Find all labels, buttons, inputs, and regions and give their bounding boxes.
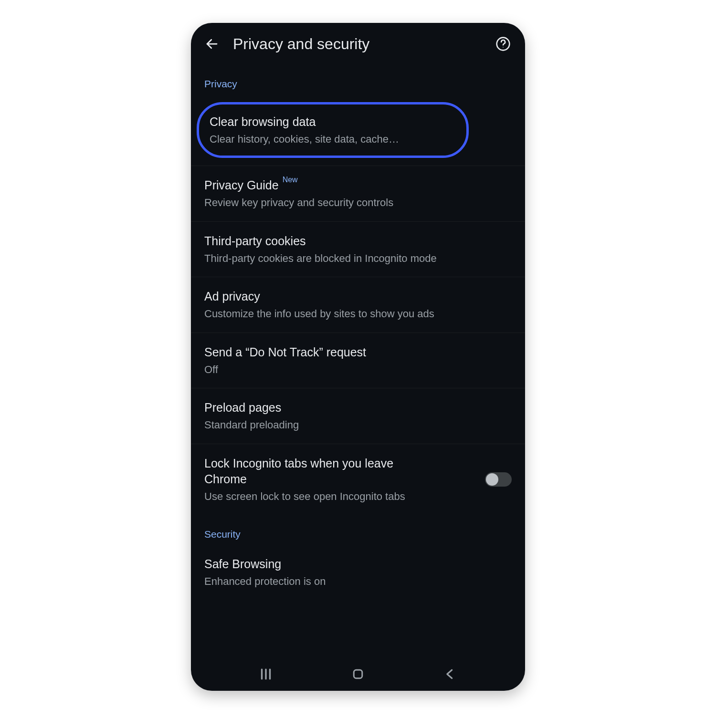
item-text: Third-party cookies Third-party cookies … (204, 233, 512, 265)
list-item-third-party-cookies[interactable]: Third-party cookies Third-party cookies … (191, 222, 525, 277)
item-text: Send a “Do Not Track” request Off (204, 344, 512, 376)
svg-rect-6 (354, 670, 362, 678)
privacy-list: Clear browsing data Clear history, cooki… (191, 94, 525, 515)
card-container: Privacy and security Privacy Clear brows… (0, 0, 716, 714)
phone-frame: Privacy and security Privacy Clear brows… (191, 23, 525, 691)
nav-back-button[interactable] (431, 662, 469, 686)
settings-content: Privacy Clear browsing data Clear histor… (191, 65, 525, 657)
item-text: Safe Browsing Enhanced protection is on (204, 556, 512, 588)
item-title: Third-party cookies (204, 233, 512, 250)
section-header-privacy: Privacy (191, 65, 525, 94)
security-list: Safe Browsing Enhanced protection is on (191, 545, 525, 592)
android-nav-bar (191, 657, 525, 691)
recents-icon (258, 666, 274, 682)
toggle-knob (486, 473, 498, 486)
item-subtitle: Use screen lock to see open Incognito ta… (204, 489, 476, 504)
item-subtitle: Clear history, cookies, site data, cache… (210, 132, 455, 146)
nav-home-button[interactable] (339, 662, 377, 686)
item-title-text: Privacy Guide (204, 177, 279, 194)
item-text: Ad privacy Customize the info used by si… (204, 289, 512, 321)
item-title: Preload pages (204, 400, 512, 416)
home-icon (351, 667, 365, 681)
list-item-ad-privacy[interactable]: Ad privacy Customize the info used by si… (191, 277, 525, 333)
item-text: Preload pages Standard preloading (204, 400, 512, 432)
item-subtitle: Enhanced protection is on (204, 574, 512, 589)
section-header-security: Security (191, 515, 525, 545)
item-text: Lock Incognito tabs when you leave Chrom… (204, 456, 476, 504)
list-item-privacy-guide[interactable]: Privacy Guide New Review key privacy and… (191, 166, 525, 221)
new-badge: New (283, 175, 298, 185)
lock-incognito-toggle[interactable] (485, 472, 512, 487)
back-button[interactable] (201, 33, 222, 54)
chevron-left-icon (443, 667, 457, 681)
item-subtitle: Third-party cookies are blocked in Incog… (204, 251, 512, 266)
help-circle-icon (495, 36, 511, 52)
item-title: Lock Incognito tabs when you leave Chrom… (204, 456, 433, 488)
item-subtitle: Off (204, 363, 512, 377)
item-title: Send a “Do Not Track” request (204, 344, 512, 361)
phone-wrap: Privacy and security Privacy Clear brows… (23, 23, 693, 691)
item-title: Safe Browsing (204, 556, 512, 572)
nav-recents-button[interactable] (247, 662, 285, 686)
list-item-safe-browsing[interactable]: Safe Browsing Enhanced protection is on (191, 545, 525, 592)
app-bar: Privacy and security (191, 23, 525, 65)
list-item-lock-incognito[interactable]: Lock Incognito tabs when you leave Chrom… (191, 444, 525, 515)
item-subtitle: Review key privacy and security controls (204, 196, 512, 210)
list-item-clear-browsing-data-wrap: Clear browsing data Clear history, cooki… (191, 94, 525, 166)
list-item-preload-pages[interactable]: Preload pages Standard preloading (191, 388, 525, 444)
item-title: Ad privacy (204, 289, 512, 305)
svg-point-2 (503, 47, 504, 48)
help-button[interactable] (493, 33, 514, 54)
item-subtitle: Standard preloading (204, 418, 512, 432)
item-text: Privacy Guide New Review key privacy and… (204, 177, 512, 209)
list-item-clear-browsing-data[interactable]: Clear browsing data Clear history, cooki… (197, 102, 469, 158)
list-item-do-not-track[interactable]: Send a “Do Not Track” request Off (191, 333, 525, 388)
arrow-left-icon (205, 37, 219, 51)
item-title: Privacy Guide New (204, 177, 512, 194)
page-title: Privacy and security (233, 35, 482, 53)
item-title: Clear browsing data (210, 114, 455, 130)
item-subtitle: Customize the info used by sites to show… (204, 307, 512, 321)
